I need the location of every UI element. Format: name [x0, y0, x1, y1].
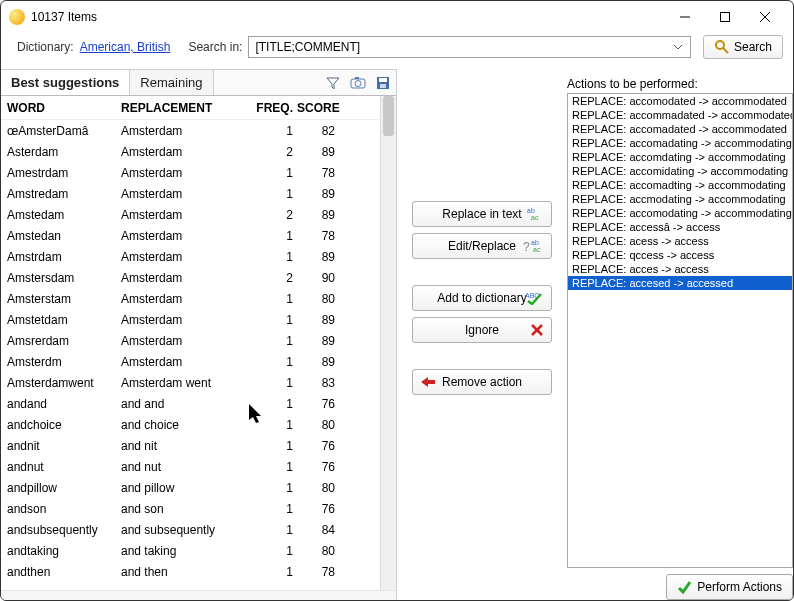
cell-replacement: and son	[121, 502, 251, 516]
cell-freq: 1	[251, 502, 297, 516]
window-title: 10137 Items	[31, 10, 665, 24]
table-row[interactable]: andandand and176	[1, 393, 380, 414]
cell-replacement: and pillow	[121, 481, 251, 495]
cell-replacement: Amsterdam	[121, 313, 251, 327]
ab-replace-icon: abac	[527, 207, 543, 221]
table-row[interactable]: andtakingand taking180	[1, 540, 380, 561]
cell-freq: 1	[251, 439, 297, 453]
minimize-icon	[680, 12, 690, 22]
action-item[interactable]: REPLACE: accomodated -> accommodated	[568, 94, 792, 108]
svg-rect-1	[721, 13, 730, 22]
cell-freq: 1	[251, 418, 297, 432]
cell-replacement: and nit	[121, 439, 251, 453]
check-green-icon	[677, 580, 691, 594]
right-panel: Actions to be performed: REPLACE: accomo…	[567, 69, 793, 600]
table-row[interactable]: andthenand then178	[1, 561, 380, 582]
table-row[interactable]: AmsrerdamAmsterdam189	[1, 330, 380, 351]
arrow-left-icon	[421, 377, 435, 387]
chevron-down-icon[interactable]	[672, 44, 690, 50]
action-item[interactable]: REPLACE: acces -> access	[568, 262, 792, 276]
maximize-button[interactable]	[705, 3, 745, 31]
cell-freq: 1	[251, 250, 297, 264]
table-row[interactable]: AmestrdamAmsterdam178	[1, 162, 380, 183]
tabs-bar: Best suggestions Remaining	[1, 70, 396, 96]
table-row[interactable]: AmstedamAmsterdam289	[1, 204, 380, 225]
horizontal-scrollbar[interactable]	[1, 590, 396, 600]
table-row[interactable]: andpillowand pillow180	[1, 477, 380, 498]
minimize-button[interactable]	[665, 3, 705, 31]
table-row[interactable]: andsonand son176	[1, 498, 380, 519]
table-row[interactable]: AmstedanAmsterdam178	[1, 225, 380, 246]
table-row[interactable]: andnitand nit176	[1, 435, 380, 456]
action-item[interactable]: REPLACE: qccess -> access	[568, 248, 792, 262]
cell-replacement: Amsterdam	[121, 229, 251, 243]
dictionary-link[interactable]: American, British	[80, 40, 171, 54]
edit-replace-button[interactable]: Edit/Replace ?abac	[412, 233, 552, 259]
close-button[interactable]	[745, 3, 785, 31]
table-row[interactable]: AmstetdamAmsterdam189	[1, 309, 380, 330]
search-button[interactable]: Search	[703, 35, 783, 59]
action-item[interactable]: REPLACE: accomodating -> accommodating	[568, 206, 792, 220]
camera-icon[interactable]	[350, 76, 366, 90]
col-score[interactable]: SCORE	[297, 101, 349, 115]
action-item[interactable]: REPLACE: acess -> access	[568, 234, 792, 248]
col-replacement[interactable]: REPLACEMENT	[121, 101, 251, 115]
actions-label: Actions to be performed:	[567, 75, 793, 93]
button-label: Replace in text	[442, 207, 521, 221]
tab-best-suggestions[interactable]: Best suggestions	[1, 70, 130, 95]
scrollbar-thumb[interactable]	[383, 96, 394, 136]
cell-replacement: Amsterdam	[121, 355, 251, 369]
table-row[interactable]: andsubsequentlyand subsequently184	[1, 519, 380, 540]
table-row[interactable]: AmsterdamwentAmsterdam went183	[1, 372, 380, 393]
action-item[interactable]: REPLACE: accommadated -> accommodated	[568, 108, 792, 122]
vertical-scrollbar[interactable]	[380, 96, 396, 590]
cell-word: Amstetdam	[1, 313, 121, 327]
table-row[interactable]: AmstersdamAmsterdam290	[1, 267, 380, 288]
action-item[interactable]: REPLACE: accomidating -> accommodating	[568, 164, 792, 178]
button-label: Edit/Replace	[448, 239, 516, 253]
action-item[interactable]: REPLACE: accomadting -> accommodating	[568, 178, 792, 192]
cell-word: andthen	[1, 565, 121, 579]
search-button-label: Search	[734, 40, 772, 54]
action-item[interactable]: REPLACE: accomdating -> accommodating	[568, 150, 792, 164]
table-row[interactable]: andchoiceand choice180	[1, 414, 380, 435]
action-item[interactable]: REPLACE: accomadated -> accommodated	[568, 122, 792, 136]
cell-word: andnut	[1, 460, 121, 474]
cell-score: 76	[297, 502, 349, 516]
actions-list[interactable]: REPLACE: accomodated -> accommodatedREPL…	[567, 93, 793, 568]
button-label: Add to dictionary	[437, 291, 526, 305]
table-row[interactable]: andnutand nut176	[1, 456, 380, 477]
grid-header[interactable]: WORD REPLACEMENT FREQ. SCORE	[1, 96, 380, 120]
remove-action-button[interactable]: Remove action	[412, 369, 552, 395]
table-row[interactable]: AmsterstamAmsterdam180	[1, 288, 380, 309]
table-row[interactable]: œAmsterDamâAmsterdam182	[1, 120, 380, 141]
tab-remaining[interactable]: Remaining	[130, 70, 213, 95]
replace-in-text-button[interactable]: Replace in text abac	[412, 201, 552, 227]
col-freq[interactable]: FREQ.	[251, 101, 297, 115]
searchin-input[interactable]	[249, 40, 672, 54]
action-item[interactable]: REPLACE: accomadating -> accommodating	[568, 136, 792, 150]
table-row[interactable]: AmsterdmAmsterdam189	[1, 351, 380, 372]
cell-word: œAmsterDamâ	[1, 124, 121, 138]
cell-word: andtaking	[1, 544, 121, 558]
cell-word: Amestrdam	[1, 166, 121, 180]
cell-freq: 1	[251, 397, 297, 411]
cell-score: 89	[297, 250, 349, 264]
save-icon[interactable]	[376, 76, 390, 90]
action-item[interactable]: REPLACE: accessâ -> access	[568, 220, 792, 234]
action-item[interactable]: REPLACE: accmodating -> accommodating	[568, 192, 792, 206]
perform-actions-button[interactable]: Perform Actions	[666, 574, 793, 600]
maximize-icon	[720, 12, 730, 22]
col-word[interactable]: WORD	[1, 101, 121, 115]
searchin-combo[interactable]	[248, 36, 691, 58]
table-row[interactable]: AmstrdamAmsterdam189	[1, 246, 380, 267]
action-item[interactable]: REPLACE: accesed -> accessed	[568, 276, 792, 290]
table-row[interactable]: AsterdamAmsterdam289	[1, 141, 380, 162]
ignore-button[interactable]: Ignore	[412, 317, 552, 343]
filter-icon[interactable]	[326, 76, 340, 90]
add-to-dictionary-button[interactable]: Add to dictionary ABC	[412, 285, 552, 311]
cell-word: andson	[1, 502, 121, 516]
table-row[interactable]: AmstredamAmsterdam189	[1, 183, 380, 204]
cell-replacement: Amsterdam	[121, 187, 251, 201]
cell-replacement: Amsterdam	[121, 145, 251, 159]
